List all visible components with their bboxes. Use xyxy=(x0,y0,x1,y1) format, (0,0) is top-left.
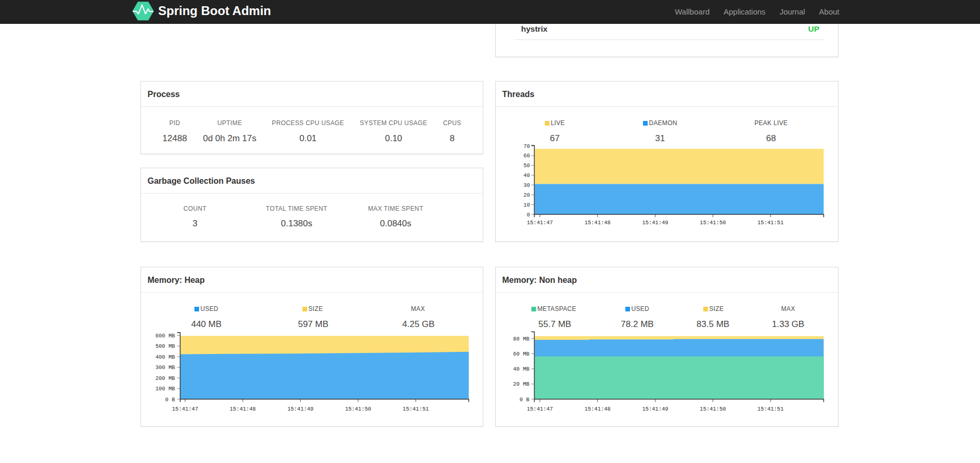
svg-text:15:41:50: 15:41:50 xyxy=(345,406,371,412)
svg-text:15:41:47: 15:41:47 xyxy=(527,406,553,412)
svg-text:15:41:51: 15:41:51 xyxy=(403,406,429,412)
svg-text:0: 0 xyxy=(527,212,530,218)
svg-text:30: 30 xyxy=(523,182,530,188)
svg-text:15:41:49: 15:41:49 xyxy=(287,406,313,412)
svg-text:300 MB: 300 MB xyxy=(156,364,175,371)
svg-text:15:41:48: 15:41:48 xyxy=(584,220,610,226)
svg-text:15:41:48: 15:41:48 xyxy=(584,406,610,412)
svg-text:15:41:49: 15:41:49 xyxy=(642,406,668,412)
svg-text:15:41:47: 15:41:47 xyxy=(172,406,198,412)
svg-text:0 B: 0 B xyxy=(165,397,175,403)
svg-text:200 MB: 200 MB xyxy=(156,375,175,382)
svg-text:20: 20 xyxy=(523,192,530,198)
svg-text:60 MB: 60 MB xyxy=(513,351,529,357)
svg-text:400 MB: 400 MB xyxy=(156,354,175,360)
svg-text:70: 70 xyxy=(523,143,530,149)
svg-text:15:41:47: 15:41:47 xyxy=(527,220,553,226)
svg-text:15:41:49: 15:41:49 xyxy=(642,220,668,226)
svg-text:20 MB: 20 MB xyxy=(513,381,529,387)
svg-text:15:41:48: 15:41:48 xyxy=(230,406,256,412)
svg-text:15:41:50: 15:41:50 xyxy=(700,220,726,226)
svg-text:40: 40 xyxy=(523,172,530,179)
svg-text:40 MB: 40 MB xyxy=(513,366,529,372)
svg-text:0 B: 0 B xyxy=(520,397,529,403)
svg-text:500 MB: 500 MB xyxy=(156,343,175,349)
svg-text:50: 50 xyxy=(523,162,530,169)
svg-text:15:41:51: 15:41:51 xyxy=(758,406,783,412)
svg-text:600 MB: 600 MB xyxy=(156,333,175,339)
svg-text:80 MB: 80 MB xyxy=(513,336,529,342)
svg-text:15:41:50: 15:41:50 xyxy=(700,406,726,412)
svg-text:15:41:51: 15:41:51 xyxy=(758,220,783,226)
svg-text:10: 10 xyxy=(523,202,530,208)
svg-text:100 MB: 100 MB xyxy=(156,386,175,392)
svg-text:60: 60 xyxy=(523,153,530,159)
